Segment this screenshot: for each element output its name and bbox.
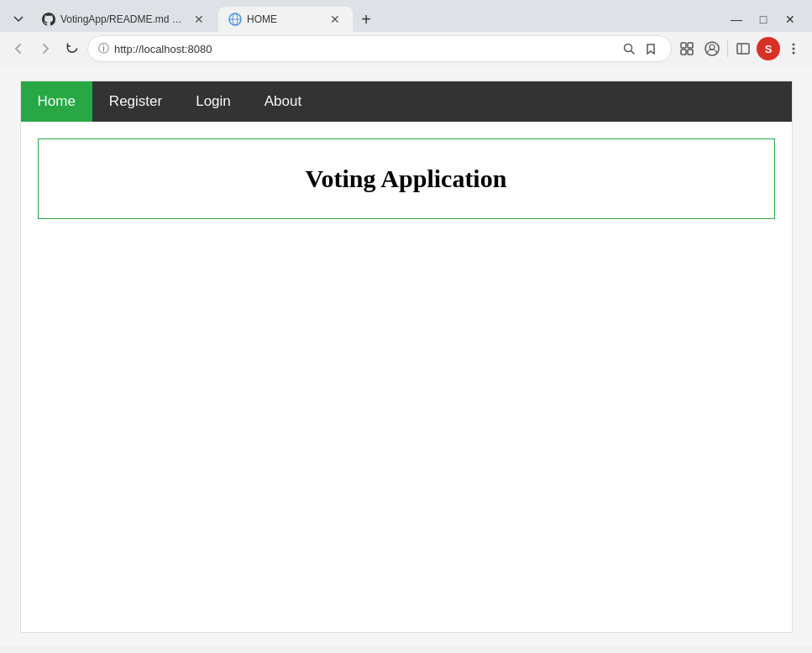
tab-github-close[interactable]: ✕: [191, 12, 207, 27]
forward-button[interactable]: [34, 37, 57, 60]
svg-rect-7: [681, 50, 686, 55]
nav-about[interactable]: About: [248, 81, 318, 122]
svg-rect-11: [737, 44, 749, 54]
menu-icon[interactable]: [782, 37, 805, 60]
lock-icon: ⓘ: [98, 41, 109, 56]
tab-home-close[interactable]: ✕: [327, 12, 343, 27]
minimize-button[interactable]: —: [725, 8, 748, 31]
nav-login[interactable]: Login: [179, 81, 248, 122]
nav-home[interactable]: Home: [21, 81, 92, 122]
toolbar-icons: S: [675, 37, 805, 60]
sidebar-icon[interactable]: [731, 37, 755, 60]
maximize-button[interactable]: □: [752, 8, 775, 31]
tab-github-title: VotingApp/README.md at mas: [60, 13, 186, 25]
svg-point-10: [710, 44, 715, 50]
address-bar-icons: [619, 39, 661, 59]
tab-expand-button[interactable]: [7, 8, 30, 31]
address-bar-row: ⓘ http://localhost:8080: [0, 32, 812, 67]
profile-avatar[interactable]: S: [757, 37, 780, 60]
browser-chrome: VotingApp/README.md at mas ✕ HOME ✕ + — …: [0, 0, 812, 67]
navbar: Home Register Login About: [21, 81, 792, 122]
reload-button[interactable]: [60, 37, 84, 60]
tab-github[interactable]: VotingApp/README.md at mas ✕: [32, 7, 217, 32]
window-controls: — □ ✕: [725, 8, 805, 31]
search-icon[interactable]: [619, 39, 639, 59]
github-favicon: [42, 13, 55, 26]
svg-line-4: [631, 51, 635, 55]
back-button[interactable]: [7, 37, 30, 60]
svg-rect-8: [688, 50, 693, 55]
hero-title: Voting Application: [306, 165, 507, 193]
svg-point-15: [793, 52, 795, 55]
svg-rect-6: [688, 43, 693, 48]
url-display: http://localhost:8080: [114, 43, 614, 55]
tab-home-title: HOME: [247, 13, 322, 25]
account-circle-icon[interactable]: [700, 37, 724, 60]
nav-register[interactable]: Register: [92, 81, 179, 122]
svg-point-13: [793, 44, 795, 46]
toolbar-divider: [727, 40, 728, 57]
tab-bar: VotingApp/README.md at mas ✕ HOME ✕ + — …: [0, 0, 812, 32]
svg-rect-5: [681, 43, 686, 48]
home-favicon: [228, 13, 242, 26]
bookmark-icon[interactable]: [641, 39, 661, 59]
close-button[interactable]: ✕: [778, 8, 802, 31]
address-bar[interactable]: ⓘ http://localhost:8080: [87, 35, 672, 62]
new-tab-button[interactable]: +: [354, 8, 378, 31]
hero-section: Voting Application: [38, 138, 775, 219]
page-content: Home Register Login About Voting Applica…: [0, 67, 812, 646]
tab-home[interactable]: HOME ✕: [218, 7, 353, 32]
svg-point-14: [793, 48, 795, 50]
extensions-icon[interactable]: [675, 37, 699, 60]
page-inner: Home Register Login About Voting Applica…: [20, 81, 793, 633]
